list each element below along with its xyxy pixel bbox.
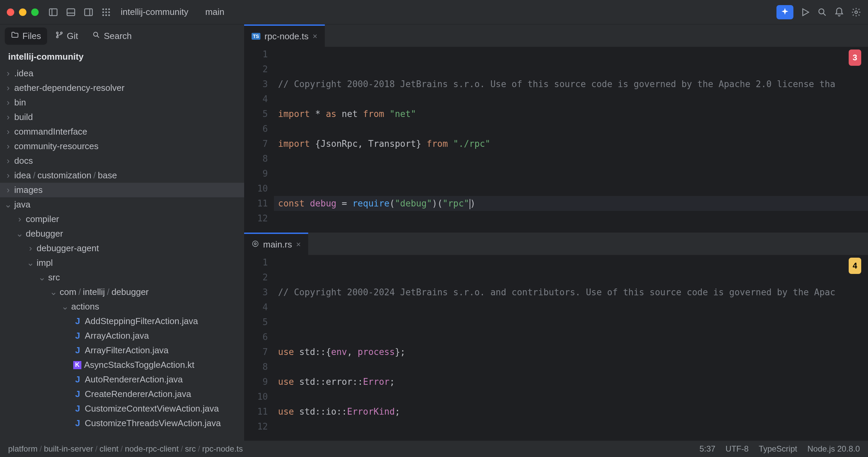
left-panel-toggle-icon[interactable] <box>48 7 58 17</box>
run-button[interactable] <box>800 7 810 17</box>
editor-tabs-bottom: main.rs × <box>244 233 868 255</box>
breadcrumb-segment[interactable]: src <box>185 444 196 454</box>
tree-file[interactable]: JCreateRendererAction.java <box>0 387 244 401</box>
tree-folder[interactable]: ›bin <box>0 95 244 110</box>
chevron-right-icon: › <box>5 141 12 152</box>
breadcrumb-segment[interactable]: rpc-node.ts <box>202 444 243 454</box>
code-editor-top[interactable]: 123456789101112 3 // Copyright 2000-2018… <box>244 47 868 233</box>
notifications-icon[interactable] <box>834 7 844 17</box>
chevron-right-icon: › <box>5 68 12 79</box>
svg-point-27 <box>60 32 62 34</box>
svg-rect-0 <box>50 9 57 16</box>
chevron-down-icon: ⌄ <box>62 301 68 312</box>
tree-file[interactable]: JCustomizeContextViewAction.java <box>0 401 244 416</box>
svg-point-14 <box>108 14 110 16</box>
svg-point-6 <box>102 8 104 10</box>
close-window-button[interactable] <box>7 8 14 16</box>
tree-folder[interactable]: ›commandInterface <box>0 124 244 139</box>
editor-tab-main-rs[interactable]: main.rs × <box>244 233 308 255</box>
tree-folder-images[interactable]: ›images <box>0 183 244 197</box>
sidebar-tab-git[interactable]: Git <box>49 27 84 45</box>
chevron-right-icon: › <box>5 185 12 195</box>
tree-file[interactable]: JArrayFilterAction.java <box>0 343 244 358</box>
svg-point-12 <box>102 14 104 16</box>
tree-folder[interactable]: ⌄debugger <box>0 226 244 241</box>
svg-point-10 <box>105 11 107 13</box>
tree-folder[interactable]: ›aether-dependency-resolver <box>0 81 244 95</box>
sidebar-tab-files[interactable]: Files <box>5 27 47 45</box>
tree-file[interactable]: JArrayAction.java <box>0 329 244 343</box>
vcs-branch[interactable]: main <box>202 7 224 17</box>
chevron-down-icon: ⌄ <box>27 258 34 268</box>
cursor-position[interactable]: 5:37 <box>699 444 715 454</box>
code-editor-bottom[interactable]: 123456789101112 4 // Copyright 2000-2024… <box>244 255 868 441</box>
status-bar: platform/built-in-server/client/node-rpc… <box>0 441 868 457</box>
chevron-right-icon: › <box>5 126 12 137</box>
breadcrumb-segment[interactable]: built-in-server <box>44 444 93 454</box>
tree-file[interactable]: JAutoRendererAction.java <box>0 372 244 387</box>
tree-folder[interactable]: ⌄com/intellij/debugger <box>0 285 244 299</box>
chevron-right-icon: › <box>5 97 12 108</box>
apps-grid-icon[interactable] <box>101 7 111 17</box>
java-file-icon: J <box>73 418 82 429</box>
chevron-down-icon: ⌄ <box>50 287 57 297</box>
svg-point-31 <box>253 241 258 246</box>
tree-file[interactable]: JCustomizeThreadsViewAction.java <box>0 416 244 431</box>
breadcrumb-segment[interactable]: platform <box>8 444 38 454</box>
search-everywhere-icon[interactable] <box>817 7 827 17</box>
chevron-down-icon: ⌄ <box>5 199 12 210</box>
tree-folder[interactable]: ›compiler <box>0 212 244 226</box>
breadcrumbs[interactable]: platform/built-in-server/client/node-rpc… <box>8 444 243 454</box>
close-tab-icon[interactable]: × <box>313 32 317 41</box>
tree-folder[interactable]: ›debugger-agent <box>0 241 244 256</box>
problems-badge[interactable]: 4 <box>849 258 861 274</box>
java-file-icon: J <box>73 389 82 399</box>
project-root-label[interactable]: intellij-community <box>0 47 244 66</box>
file-tree[interactable]: ›.idea›aether-dependency-resolver›bin›bu… <box>0 66 244 441</box>
project-name[interactable]: intellij-community <box>121 7 188 17</box>
svg-point-30 <box>254 243 256 245</box>
tree-folder[interactable]: ⌄actions <box>0 299 244 314</box>
svg-line-23 <box>823 13 826 16</box>
bottom-panel-toggle-icon[interactable] <box>66 7 76 17</box>
folder-icon <box>11 31 19 41</box>
editor-tab-rpc-node[interactable]: TS rpc-node.ts × <box>244 24 325 47</box>
svg-point-9 <box>102 11 104 13</box>
maximize-window-button[interactable] <box>31 8 39 16</box>
settings-icon[interactable] <box>851 7 861 17</box>
java-file-icon: J <box>73 374 82 385</box>
java-file-icon: J <box>73 316 82 326</box>
sidebar-tabs: Files Git Search <box>0 24 244 47</box>
line-gutter: 123456789101112 <box>244 255 274 441</box>
tree-folder[interactable]: ⌄src <box>0 270 244 285</box>
tree-file[interactable]: JAddSteppingFilterAction.java <box>0 314 244 329</box>
svg-point-24 <box>855 11 857 14</box>
runtime-version[interactable]: Node.js 20.8.0 <box>807 444 860 454</box>
tree-folder-java[interactable]: ⌄java <box>0 197 244 212</box>
file-encoding[interactable]: UTF-8 <box>726 444 749 454</box>
minimize-window-button[interactable] <box>19 8 26 16</box>
right-panel-toggle-icon[interactable] <box>83 7 94 17</box>
status-right: 5:37 UTF-8 TypeScript Node.js 20.8.0 <box>699 444 860 454</box>
tree-folder[interactable]: ›idea/customization/base <box>0 168 244 183</box>
code-content[interactable]: 3 // Copyright 2000-2018 JetBrains s.r.o… <box>274 47 868 233</box>
breadcrumb-segment[interactable]: node-rpc-client <box>125 444 179 454</box>
tree-folder[interactable]: ›community-resources <box>0 139 244 154</box>
close-tab-icon[interactable]: × <box>296 240 301 249</box>
rust-file-icon <box>252 239 259 250</box>
tree-folder[interactable]: ›build <box>0 110 244 124</box>
chevron-right-icon: › <box>27 243 34 254</box>
tree-folder[interactable]: ›.idea <box>0 66 244 81</box>
svg-marker-21 <box>803 9 809 16</box>
tree-file[interactable]: KAsyncStacksToggleAction.kt <box>0 358 244 372</box>
code-content[interactable]: 4 // Copyright 2000-2024 JetBrains s.r.o… <box>274 255 868 441</box>
problems-badge[interactable]: 3 <box>849 49 861 66</box>
chevron-down-icon: ⌄ <box>39 272 45 283</box>
breadcrumb-segment[interactable]: client <box>99 444 118 454</box>
tree-folder[interactable]: ⌄impl <box>0 256 244 270</box>
chevron-right-icon: › <box>5 83 12 93</box>
sidebar-tab-search[interactable]: Search <box>86 27 138 45</box>
language-mode[interactable]: TypeScript <box>759 444 797 454</box>
ai-assistant-button[interactable] <box>776 5 793 19</box>
tree-folder[interactable]: ›docs <box>0 154 244 168</box>
